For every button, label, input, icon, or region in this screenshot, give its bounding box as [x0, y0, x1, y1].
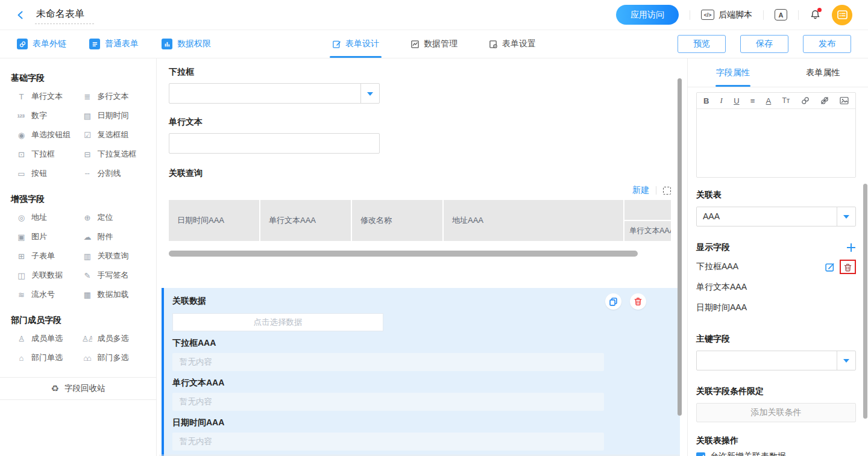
trash-icon [843, 263, 852, 272]
divider [798, 10, 799, 20]
display-field-row: 日期时间AAA [696, 298, 856, 318]
delete-button[interactable] [630, 293, 646, 310]
divider [763, 10, 764, 20]
field-item-related-data[interactable]: ◫关联数据 [16, 266, 82, 285]
field-item-datetime[interactable]: ▤日期时间 [82, 106, 148, 125]
font-color-icon[interactable]: A [766, 96, 772, 105]
backend-script-button[interactable]: </> 后端脚本 [701, 10, 752, 20]
translate-icon[interactable]: A [775, 9, 787, 20]
field-recycle-bin[interactable]: ♻ 字段回收站 [0, 377, 156, 400]
font-size-icon[interactable]: Tт [782, 96, 790, 105]
related-query-icon: ▥ [82, 252, 92, 261]
address-pin-icon: ◎ [16, 213, 26, 222]
field-item-checkbox-group[interactable]: ☑复选框组 [82, 125, 148, 145]
field-item-subform[interactable]: ⊞子表单 [16, 246, 82, 266]
button-icon: ▭ [16, 169, 26, 178]
related-table-label: 关联表 [696, 190, 856, 201]
single-line-text-icon: T [16, 92, 26, 101]
fullscreen-icon[interactable] [663, 187, 671, 195]
field-item-divider[interactable]: ╌分割线 [82, 164, 148, 183]
field-item-signature[interactable]: ✎手写签名 [82, 266, 148, 285]
image-icon: ▣ [16, 233, 26, 242]
dept-single-icon: ⌂ [16, 354, 26, 363]
chevron-down-icon[interactable] [837, 207, 855, 226]
tab-form-design-label: 表单设计 [345, 39, 379, 49]
tab-form-design[interactable]: 表单设计 [332, 30, 379, 58]
field-item-radio-group[interactable]: ◉单选按钮组 [16, 125, 82, 145]
tab-field-properties[interactable]: 字段属性 [688, 58, 778, 87]
edit-field-button[interactable] [825, 262, 835, 272]
field-item-serial-number[interactable]: ≋流水号 [16, 285, 82, 304]
chevron-down-icon[interactable] [837, 351, 855, 370]
duplicate-button[interactable] [605, 293, 621, 310]
preview-button[interactable]: 预览 [678, 35, 726, 53]
field-item-single-line-text[interactable]: T单行文本 [16, 87, 82, 106]
related-query-table[interactable]: 日期时间AAA 单行文本AAA 修改名称 地址AAA 单行文本AAA [169, 200, 671, 241]
tab-data-management[interactable]: 数据管理 [410, 30, 458, 58]
field-item-dept-single[interactable]: ⌂部门单选 [16, 348, 82, 367]
enhanced-fields-grid: ◎地址 ⊕定位 ▣图片 ☁附件 ⊞子表单 ▥关联查询 ◫关联数据 ✎手写签名 ≋… [16, 208, 148, 304]
rich-text-editor[interactable]: B I U ≡ A Tт [696, 92, 856, 178]
edit-icon [825, 262, 835, 272]
insert-image-icon[interactable] [840, 96, 849, 105]
single-line-text-field[interactable] [169, 133, 380, 154]
save-button[interactable]: 保存 [740, 35, 788, 53]
field-item-multi-dropdown[interactable]: ⊟下拉复选框 [82, 145, 148, 164]
link-icon[interactable] [801, 96, 810, 105]
normal-form-label: 普通表单 [105, 39, 139, 49]
form-toolbar: 表单外链 普通表单 数据权限 表单设计 数据管理 表单设置 [0, 30, 868, 58]
field-item-number[interactable]: 123数字 [16, 106, 82, 125]
unlink-icon[interactable] [820, 96, 829, 105]
primary-key-select[interactable] [696, 351, 856, 370]
panel-vertical-scrollbar[interactable] [863, 184, 867, 419]
notification-bell-icon[interactable] [810, 9, 821, 20]
field-item-member-multi[interactable]: ♙♙成员多选 [82, 329, 148, 348]
selection-bar [162, 288, 164, 456]
checkbox-checked[interactable] [696, 452, 705, 456]
field-item-related-query[interactable]: ▥关联查询 [82, 246, 148, 266]
delete-field-button[interactable] [843, 263, 852, 272]
data-permission-link[interactable]: 数据权限 [162, 39, 211, 49]
related-data-block-selected[interactable]: 关联数据 点击选择数据 下拉框AAA 暂无内容 单行文本AAA 暂无内容 日期时… [162, 288, 680, 456]
field-item-image[interactable]: ▣图片 [16, 227, 82, 246]
field-item-data-load[interactable]: ▦数据加载 [82, 285, 148, 304]
tab-form-settings[interactable]: 表单设置 [489, 30, 536, 58]
field-item-dept-multi[interactable]: ⌂⌂部门多选 [82, 348, 148, 367]
field-item-dropdown[interactable]: ⊡下拉框 [16, 145, 82, 164]
app-access-button[interactable]: 应用访问 [616, 5, 679, 25]
table-column-header: 单行文本AAA [624, 200, 671, 241]
form-external-link[interactable]: 表单外链 [17, 39, 66, 49]
code-icon: </> [701, 10, 714, 20]
publish-button[interactable]: 发布 [803, 35, 851, 53]
document-icon [89, 39, 100, 49]
divider [690, 10, 690, 20]
normal-form-link[interactable]: 普通表单 [89, 39, 139, 49]
dropdown-field[interactable] [169, 83, 380, 104]
avatar[interactable] [832, 5, 852, 25]
add-condition-button[interactable]: 添加关联条件 [696, 403, 856, 422]
back-icon[interactable] [14, 9, 27, 21]
field-item-member-single[interactable]: ♙成员单选 [16, 329, 82, 348]
canvas-vertical-scrollbar[interactable] [678, 78, 682, 416]
field-item-locate[interactable]: ⊕定位 [82, 208, 148, 227]
multi-line-text-icon: ≣ [82, 92, 92, 101]
related-table-select[interactable]: AAA [696, 207, 856, 226]
member-multi-icon: ♙♙ [82, 334, 92, 343]
table-horizontal-scrollbar[interactable] [169, 251, 638, 257]
field-item-address[interactable]: ◎地址 [16, 208, 82, 227]
bold-icon[interactable]: B [703, 96, 709, 105]
field-item-button[interactable]: ▭按钮 [16, 164, 82, 183]
tab-form-properties[interactable]: 表单属性 [778, 58, 868, 87]
form-title[interactable]: 未命名表单 [35, 6, 94, 24]
italic-icon[interactable]: I [720, 96, 723, 105]
chevron-down-icon[interactable] [360, 84, 379, 103]
table-column-header: 地址AAA [444, 200, 623, 241]
field-item-attachment[interactable]: ☁附件 [82, 227, 148, 246]
field-item-multi-line-text[interactable]: ≣多行文本 [82, 87, 148, 106]
underline-icon[interactable]: U [734, 96, 739, 105]
align-icon[interactable]: ≡ [750, 96, 755, 105]
data-picker-field[interactable]: 点击选择数据 [172, 313, 383, 331]
annotation-highlight-box [840, 260, 856, 274]
add-display-field-icon[interactable] [846, 243, 856, 252]
new-record-link[interactable]: 新建 [632, 185, 649, 196]
